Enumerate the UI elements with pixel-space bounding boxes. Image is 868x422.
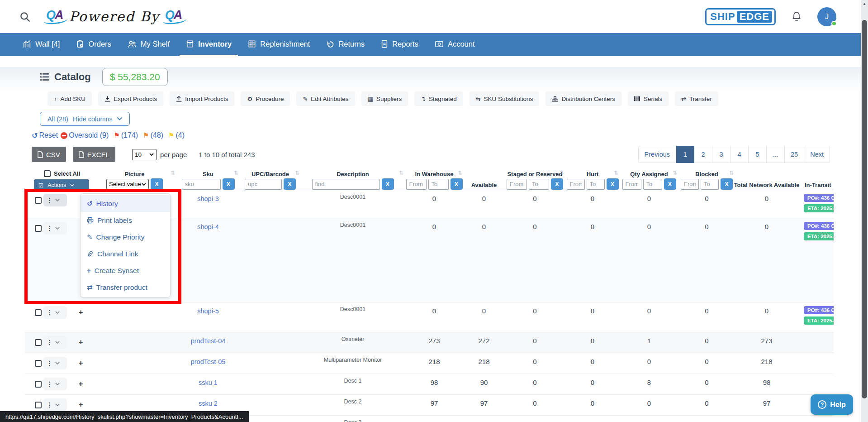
chevron-down-icon[interactable] <box>55 307 65 318</box>
nav-item-orders[interactable]: Orders <box>70 33 117 56</box>
clear-filter-button[interactable]: X <box>721 178 733 190</box>
menu-item-history[interactable]: ↺History <box>81 195 170 212</box>
nav-item-reports[interactable]: Reports <box>375 33 425 56</box>
blocked-from-input[interactable] <box>681 179 699 190</box>
scrollbar-thumb[interactable] <box>862 20 867 398</box>
serials-button[interactable]: Serials <box>628 91 669 106</box>
import-products-button[interactable]: Import Products <box>170 91 234 106</box>
pagination-page-3[interactable]: 3 <box>712 146 730 163</box>
clear-filter-button[interactable]: X <box>664 178 676 190</box>
search-icon[interactable] <box>19 10 33 24</box>
qty-assigned-to-input[interactable] <box>643 179 662 190</box>
hide-columns-button[interactable]: All (28) Hide columns <box>40 112 130 126</box>
chevron-down-icon[interactable] <box>55 399 65 410</box>
clear-filter-button[interactable]: X <box>151 178 163 190</box>
sort-icon[interactable]: ⇅ <box>171 170 175 176</box>
sort-icon[interactable]: ⇅ <box>234 170 238 176</box>
menu-item-print-labels[interactable]: Print labels <box>81 212 170 229</box>
qty-assigned-from-input[interactable] <box>622 179 641 190</box>
oversold-filter-link[interactable]: Oversold (9) <box>61 131 109 139</box>
sku-link[interactable]: shopi-3 <box>197 195 219 202</box>
excel-export-button[interactable]: EXCEL <box>73 147 115 162</box>
row-checkbox[interactable] <box>35 339 42 346</box>
sort-icon[interactable]: ⇅ <box>673 170 677 176</box>
clear-filter-button[interactable]: X <box>223 178 235 190</box>
row-actions-button[interactable]: ⋮ <box>45 358 54 369</box>
sort-icon[interactable]: ⇅ <box>295 170 299 176</box>
sku-substitutions-button[interactable]: ⇆SKU Substitutions <box>470 91 540 106</box>
sku-filter-input[interactable] <box>182 179 221 190</box>
nav-item-my-shelf[interactable]: My Shelf <box>121 33 176 56</box>
chevron-down-icon[interactable] <box>55 195 65 206</box>
csv-export-button[interactable]: CSV <box>32 147 66 162</box>
sku-link[interactable]: ssku 2 <box>199 400 218 407</box>
row-actions-button[interactable]: ⋮ <box>45 223 54 234</box>
expand-row-button[interactable]: + <box>79 359 83 367</box>
staged-from-input[interactable] <box>507 179 527 190</box>
yellow-flag-filter-link[interactable]: ⚑(4) <box>166 131 185 139</box>
add-sku-button[interactable]: +Add SKU <box>47 91 92 106</box>
nav-item-replenishment[interactable]: Replenishment <box>242 33 316 56</box>
transfer-button[interactable]: ⇄Transfer <box>675 91 718 106</box>
nav-item-account[interactable]: Account <box>428 33 481 56</box>
sku-link[interactable]: shopi-4 <box>197 223 219 230</box>
sku-link[interactable]: ssku 1 <box>199 379 218 386</box>
row-actions-button[interactable]: ⋮ <box>45 195 54 206</box>
pagination-page-25[interactable]: 25 <box>785 146 804 163</box>
per-page-select[interactable]: 10 <box>132 149 157 160</box>
row-checkbox[interactable] <box>35 309 42 316</box>
pagination-page-1[interactable]: 1 <box>676 146 694 163</box>
clear-filter-button[interactable]: X <box>284 178 296 190</box>
stagnated-button[interactable]: ↴Stagnated <box>414 91 463 106</box>
checkbox-icon[interactable] <box>44 170 51 177</box>
sku-link[interactable]: prodTest-04 <box>191 337 226 345</box>
in-warehouse-to-input[interactable] <box>428 179 449 190</box>
row-checkbox[interactable] <box>35 225 42 232</box>
blocked-to-input[interactable] <box>701 179 719 190</box>
sku-link[interactable]: prodTest-05 <box>191 358 226 365</box>
clear-filter-button[interactable]: X <box>382 178 394 190</box>
expand-row-button[interactable]: + <box>79 380 83 388</box>
description-filter-input[interactable] <box>312 179 380 190</box>
menu-item-channel-link[interactable]: Channel Link <box>81 245 170 262</box>
row-checkbox[interactable] <box>35 197 42 204</box>
bulk-actions-button[interactable]: ☑Actions <box>34 179 89 191</box>
chevron-down-icon[interactable] <box>55 358 65 369</box>
scrollbar-up-arrow[interactable]: ▲ <box>861 0 868 7</box>
orange-flag-filter-link[interactable]: ⚑(48) <box>141 131 163 139</box>
sort-icon[interactable]: ⇅ <box>614 170 618 176</box>
expand-row-button[interactable]: + <box>79 338 83 346</box>
chevron-down-icon[interactable] <box>55 379 65 389</box>
row-actions-button[interactable]: ⋮ <box>45 307 54 318</box>
nav-item-inventory[interactable]: Inventory <box>180 33 238 56</box>
pagination-page-4[interactable]: 4 <box>730 146 749 163</box>
upc-filter-input[interactable] <box>245 179 282 190</box>
row-checkbox[interactable] <box>35 360 42 367</box>
row-checkbox[interactable] <box>35 402 42 408</box>
clear-filter-button[interactable]: X <box>451 178 463 190</box>
pagination-next[interactable]: Next <box>804 146 830 163</box>
row-actions-button[interactable]: ⋮ <box>45 337 54 348</box>
picture-filter-select[interactable]: Select value <box>106 179 149 190</box>
chevron-down-icon[interactable] <box>55 337 65 348</box>
pagination-previous[interactable]: Previous <box>638 146 676 163</box>
row-actions-button[interactable]: ⋮ <box>45 379 54 389</box>
pagination-ellipsis[interactable]: ... <box>767 146 785 163</box>
chevron-down-icon[interactable] <box>55 223 65 234</box>
edit-attributes-button[interactable]: ✎Edit Attributes <box>296 91 355 106</box>
sort-icon[interactable]: ⇅ <box>729 170 734 176</box>
export-products-button[interactable]: Export Products <box>98 91 163 106</box>
row-checkbox[interactable] <box>35 381 42 388</box>
staged-to-input[interactable] <box>529 179 549 190</box>
menu-item-transfer-product[interactable]: ⇄Transfer product <box>81 279 170 296</box>
sort-icon[interactable]: ⇅ <box>458 170 462 176</box>
in-warehouse-from-input[interactable] <box>406 179 427 190</box>
hurt-from-input[interactable] <box>567 179 585 190</box>
suppliers-button[interactable]: ▦Suppliers <box>361 91 408 106</box>
clear-filter-button[interactable]: X <box>607 178 619 190</box>
help-button[interactable]: ? Help <box>811 394 853 415</box>
hurt-to-input[interactable] <box>587 179 605 190</box>
sku-link[interactable]: shopi-5 <box>197 307 219 315</box>
select-all-checkbox[interactable]: Select All <box>44 170 93 177</box>
vertical-scrollbar[interactable]: ▲ <box>861 0 868 422</box>
